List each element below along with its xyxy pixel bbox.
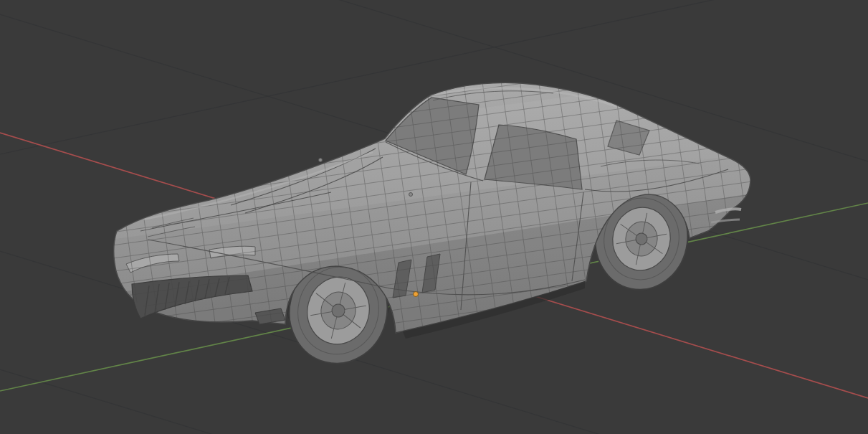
- viewport-3d[interactable]: [0, 0, 868, 434]
- object-origin-point: [414, 292, 419, 297]
- hood-detail-dot: [319, 159, 323, 162]
- hood-detail-dot: [409, 193, 413, 197]
